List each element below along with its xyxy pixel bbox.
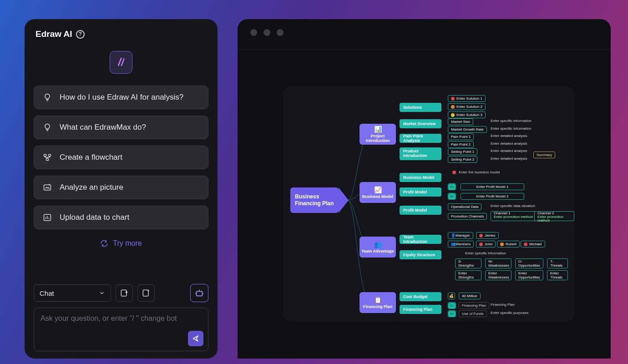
suggestion-label: Analyze an picture (60, 183, 123, 192)
tail-text: Enter detailed analysis (491, 149, 527, 153)
traffic-dot[interactable] (263, 29, 270, 36)
suggestion-edrawmax[interactable]: What can EdrawMax do? (34, 116, 208, 139)
mindmap-root[interactable]: Business Financing Plan (290, 187, 339, 213)
suggestion-list: How do I use Edraw AI for analysis? What… (32, 86, 210, 229)
traffic-dot[interactable] (277, 29, 284, 36)
swot-cell[interactable]: Enter Weaknesses (485, 270, 512, 280)
mode-select[interactable]: Chat (34, 284, 111, 302)
suggestion-analyze-picture[interactable]: Analyze an picture (34, 176, 208, 199)
upload-chart-icon (42, 213, 52, 222)
svg-rect-0 (44, 154, 46, 156)
leaf[interactable]: Market Size (448, 118, 473, 125)
swot-cell[interactable]: Enter Opportunities (515, 270, 543, 280)
leaf[interactable]: Enter Solution 2 (448, 103, 486, 110)
leaf[interactable]: Operational Data (448, 203, 481, 210)
node-product-intro[interactable]: Product Introduction (400, 147, 441, 160)
new-doc-button[interactable] (137, 284, 155, 302)
lightbulb-icon (42, 93, 52, 102)
leaf[interactable]: Enter Solution 3 (448, 111, 486, 118)
node-cost-budget[interactable]: Cost Budget (400, 292, 441, 301)
tail-text: Enter detailed analysis (491, 134, 527, 138)
leaf[interactable]: Robert (497, 241, 520, 248)
suggestion-analysis[interactable]: How do I use Edraw AI for analysis? (34, 86, 208, 109)
prompt-input[interactable]: Ask your question, or enter "/ " change … (34, 308, 208, 351)
leaf[interactable]: Market Growth Rate (448, 126, 487, 133)
node-solutions[interactable]: Solutions (400, 103, 441, 112)
swot-cell[interactable]: Enter Threats (547, 270, 568, 280)
tail-text: Enter specific purposes (491, 311, 528, 315)
branch-label: Financing Plan (363, 304, 392, 309)
node-business-model[interactable]: Business Model (400, 173, 441, 182)
node-financing-plan[interactable]: Financing Plan (400, 305, 441, 314)
leaf[interactable]: Pain Point 1 (448, 133, 474, 140)
send-button[interactable] (188, 331, 203, 346)
logo-glyph: // (118, 56, 124, 69)
tail-text: Enter detailed analysis (491, 142, 527, 146)
summary-tag[interactable]: Summary (533, 152, 555, 158)
leaf[interactable]: Use of Funds (459, 310, 487, 317)
mode-select-value: Chat (40, 289, 54, 297)
pill[interactable]: Enter Profit Model 1 (461, 183, 524, 190)
branch-financing-plan[interactable]: 📋 Financing Plan (360, 292, 396, 313)
leaf[interactable]: 👥 Members (448, 241, 474, 248)
branch-business-model[interactable]: 📈 Business Model (360, 182, 396, 203)
flowchart-icon (42, 153, 52, 162)
bot-button[interactable] (190, 284, 208, 302)
export-button[interactable] (116, 284, 133, 302)
leaf[interactable]: Michael (521, 241, 545, 248)
node-profit-model[interactable]: Profit Model (400, 187, 441, 197)
svg-rect-5 (121, 290, 127, 296)
suggestion-upload-chart[interactable]: Upload data to chart (34, 206, 208, 229)
swot-cell[interactable]: S- Strengths (455, 258, 481, 268)
suggestion-flowchart[interactable]: Create a flowchart (34, 146, 208, 169)
leaf[interactable]: John (476, 241, 496, 248)
suggestion-label: What can EdrawMax do? (60, 123, 146, 132)
channel-box[interactable]: Channel 2 Enter promotion method (534, 211, 574, 221)
branch-label: Project Introduction (360, 134, 396, 143)
suggestion-label: How do I use Edraw AI for analysis? (60, 93, 183, 102)
leaf[interactable]: Promotion Channels (448, 213, 487, 220)
leaf[interactable]: 👤 Manager (448, 232, 473, 239)
lightbulb-icon (42, 123, 52, 132)
leaf[interactable]: James (476, 232, 499, 239)
tail-text: Enter specific data situation (491, 204, 535, 208)
node-profit-model-2[interactable]: Profit Model (400, 206, 441, 215)
tail-text: Enter specific information (465, 251, 506, 255)
suggestion-label: Create a flowchart (60, 153, 122, 162)
swot-cell[interactable]: O- Opportunities (515, 258, 543, 268)
try-more-label: Try more (113, 239, 142, 248)
input-controls: Chat (32, 284, 210, 308)
try-more-link[interactable]: Try more (32, 239, 210, 248)
image-analyze-icon (42, 183, 52, 192)
chart-icon: 📊 (374, 126, 382, 133)
num-badge: 02 (448, 310, 456, 317)
branch-project-introduction[interactable]: 📊 Project Introduction (360, 124, 396, 145)
root-label: Business Financing Plan (295, 193, 334, 207)
help-icon[interactable]: ? (76, 30, 85, 39)
leaf[interactable]: Selling Point 2 (448, 156, 477, 163)
node-market-overview[interactable]: Market Overview (400, 119, 441, 128)
team-icon: 👥 (374, 241, 382, 248)
leaf[interactable]: Enter Solution 1 (448, 95, 486, 102)
svg-rect-7 (197, 291, 203, 296)
suggestion-label: Upload data to chart (60, 213, 129, 222)
node-team-intro[interactable]: Team Introduction (400, 235, 441, 244)
swot-cell[interactable]: W- Weaknesses (485, 258, 512, 268)
branch-label: Team Advantage (361, 249, 394, 253)
leaf[interactable]: Financing Plan (459, 302, 489, 309)
node-pain-point[interactable]: Pain Point Analysis (400, 134, 441, 143)
pill[interactable]: Enter Profit Model 2 (461, 193, 524, 200)
swot-cell[interactable]: T- Threats (547, 258, 568, 268)
leaf[interactable]: Pain Point 2 (448, 141, 474, 148)
swot-cell[interactable]: Enter Strengths (455, 270, 481, 280)
diagram-canvas[interactable]: Business Financing Plan 📊 Project Introd… (283, 86, 574, 321)
traffic-dot[interactable] (250, 29, 257, 36)
node-equity[interactable]: Equity Structure (400, 250, 441, 259)
branch-label: Business Model (362, 194, 394, 199)
leaf[interactable]: 40 Million (459, 293, 481, 299)
branch-team-advantage[interactable]: 👥 Team Advantage (360, 237, 396, 258)
leaf: 💰 (448, 293, 455, 299)
leaf[interactable]: Selling Point 1 (448, 148, 477, 155)
canvas-window: Business Financing Plan 📊 Project Introd… (238, 19, 611, 359)
channel-box[interactable]: Channel 1 Enter promotion method (491, 211, 536, 221)
